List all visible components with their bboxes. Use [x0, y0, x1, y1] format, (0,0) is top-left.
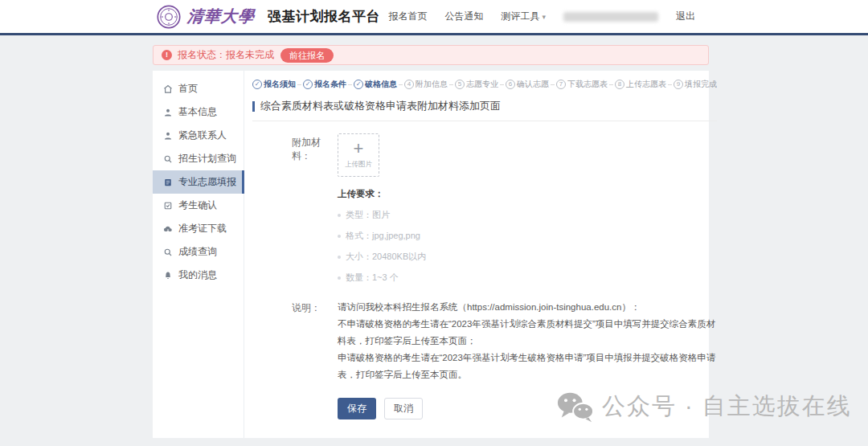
top-header: 清華大學 强基计划报名平台 报名首页 公告通知 测评工具▾ 退出: [0, 0, 868, 35]
nav-announcements[interactable]: 公告通知: [444, 10, 483, 23]
sidebar-item-label: 招生计划查询: [178, 152, 236, 166]
step-marker: 9: [674, 80, 683, 89]
cloud-download-icon: [163, 224, 173, 234]
user-icon: [163, 108, 173, 117]
sidebar: 首页 基本信息 紧急联系人 招生计划查询 专业志愿填报 考生确认 准考证下载: [153, 71, 244, 438]
registration-status-alert: ! 报名状态：报名未完成 前往报名: [153, 45, 709, 65]
bullet-icon: [338, 214, 341, 217]
step-connector: [348, 84, 352, 85]
requirement-item: 格式：jpg,jpeg,png: [338, 230, 717, 242]
step-9: 9填报完成: [674, 79, 717, 90]
form-actions: 保存 取消: [338, 398, 717, 419]
university-name: 清華大學: [186, 6, 256, 27]
logout-button[interactable]: 退出: [676, 10, 695, 23]
step-marker: 8: [615, 80, 624, 89]
notes-label: 说明：: [292, 299, 338, 383]
search-icon: [163, 154, 173, 164]
step-4: 4附加信息: [404, 79, 448, 90]
step-1: ✓报名须知: [252, 79, 296, 90]
step-marker: 6: [506, 80, 515, 89]
sidebar-item-label: 专业志愿填报: [178, 175, 236, 189]
step-marker: 5: [455, 80, 465, 89]
sidebar-item-label: 基本信息: [178, 105, 217, 119]
search-icon: [163, 248, 173, 257]
bell-icon: [163, 271, 173, 280]
step-connector: [297, 84, 301, 85]
note-line: 请访问我校本科招生报名系统（https://admission.join-tsi…: [338, 299, 717, 316]
go-register-button[interactable]: 前往报名: [280, 48, 334, 63]
exclamation-circle-icon: !: [162, 50, 172, 60]
content-panel: 首页 基本信息 紧急联系人 招生计划查询 专业志愿填报 考生确认 准考证下载: [153, 71, 709, 438]
plus-icon: +: [354, 141, 364, 157]
registration-status-text: 报名状态：报名未完成: [178, 48, 274, 62]
sidebar-item-admission-ticket-download[interactable]: 准考证下载: [153, 217, 244, 240]
check-square-icon: [163, 201, 173, 211]
sidebar-item-enrollment-plan-query[interactable]: 招生计划查询: [153, 147, 244, 170]
title-accent-bar: [252, 101, 255, 112]
nav-assessment-tools[interactable]: 测评工具▾: [501, 10, 546, 23]
requirement-item: 数量：1~3 个: [338, 272, 717, 284]
step-8: 8上传志愿表: [615, 79, 666, 90]
upload-image-label: 上传图片: [345, 160, 372, 170]
attachment-label: 附加材料：: [292, 133, 338, 177]
nav-home[interactable]: 报名首页: [388, 10, 427, 23]
user-info-redacted: [563, 12, 658, 22]
step-marker: 7: [556, 80, 566, 89]
note-line: 申请破格资格的考生请在“2023年强基计划考生破格资格申请”项目中填报并提交破格…: [338, 350, 717, 383]
sidebar-item-home[interactable]: 首页: [153, 77, 244, 100]
sidebar-item-label: 准考证下载: [178, 222, 227, 235]
attachment-row: 附加材料： + 上传图片: [252, 133, 717, 177]
notes-row: 说明： 请访问我校本科招生报名系统（https://admission.join…: [252, 299, 717, 383]
step-connector: [609, 84, 613, 85]
sidebar-item-label: 首页: [178, 82, 198, 96]
step-marker: 4: [404, 80, 414, 89]
requirement-item: 类型：图片: [338, 209, 717, 221]
platform-title: 强基计划报名平台: [268, 7, 380, 26]
step-6: 6确认志愿: [506, 79, 549, 90]
bullet-icon: [338, 235, 341, 238]
user-icon: [163, 131, 173, 141]
title-divider: [252, 121, 717, 121]
bullet-icon: [338, 256, 341, 259]
sidebar-item-label: 考生确认: [178, 198, 217, 212]
notes-body: 请访问我校本科招生报名系统（https://admission.join-tsi…: [338, 299, 717, 383]
sidebar-item-label: 我的消息: [178, 268, 217, 282]
step-7: 7下载志愿表: [556, 79, 608, 90]
step-connector: [500, 84, 504, 85]
form-icon: [163, 178, 173, 187]
sidebar-item-label: 成绩查询: [178, 245, 217, 259]
main-content: ✓报名须知 ✓报名条件 ✓破格信息 4附加信息 5志愿专业 6确认志愿 7下载志…: [244, 71, 723, 438]
tsinghua-emblem-icon: [157, 5, 181, 29]
sidebar-item-score-query[interactable]: 成绩查询: [153, 240, 244, 264]
home-icon: [163, 84, 173, 94]
step-connector: [449, 84, 453, 85]
page-title: 综合素质材料表或破格资格申请表附加材料添加页面: [260, 99, 501, 113]
bullet-icon: [338, 276, 341, 280]
step-marker: ✓: [252, 80, 262, 89]
chevron-down-icon: ▾: [542, 13, 546, 21]
sidebar-item-label: 紧急联系人: [178, 129, 227, 142]
sidebar-item-major-preference[interactable]: 专业志愿填报: [153, 170, 244, 194]
save-button[interactable]: 保存: [338, 398, 376, 419]
step-3: ✓破格信息: [354, 79, 397, 90]
step-2: ✓报名条件: [303, 79, 346, 90]
step-connector: [551, 84, 555, 85]
note-line: 不申请破格资格的考生请在“2023年强基计划综合素质材料提交”项目中填写并提交综…: [338, 316, 717, 350]
requirement-item: 大小：20480KB以内: [338, 251, 717, 263]
sidebar-item-basic-info[interactable]: 基本信息: [153, 100, 244, 124]
step-marker: ✓: [303, 80, 313, 89]
upload-image-button[interactable]: + 上传图片: [338, 133, 379, 177]
step-connector: [399, 84, 403, 85]
step-marker: ✓: [354, 80, 363, 89]
upload-requirements-title: 上传要求：: [338, 188, 717, 200]
step-connector: [668, 84, 672, 85]
step-indicator: ✓报名须知 ✓报名条件 ✓破格信息 4附加信息 5志愿专业 6确认志愿 7下载志…: [252, 79, 717, 90]
top-nav: 报名首页 公告通知 测评工具▾ 退出: [388, 10, 695, 23]
page-title-row: 综合素质材料表或破格资格申请表附加材料添加页面: [252, 99, 717, 113]
sidebar-item-messages[interactable]: 我的消息: [153, 264, 244, 287]
sidebar-item-candidate-confirm[interactable]: 考生确认: [153, 194, 244, 217]
cancel-button[interactable]: 取消: [384, 398, 423, 419]
sidebar-item-emergency-contact[interactable]: 紧急联系人: [153, 124, 244, 147]
logo: 清華大學 强基计划报名平台: [157, 5, 380, 29]
step-5: 5志愿专业: [455, 79, 498, 90]
